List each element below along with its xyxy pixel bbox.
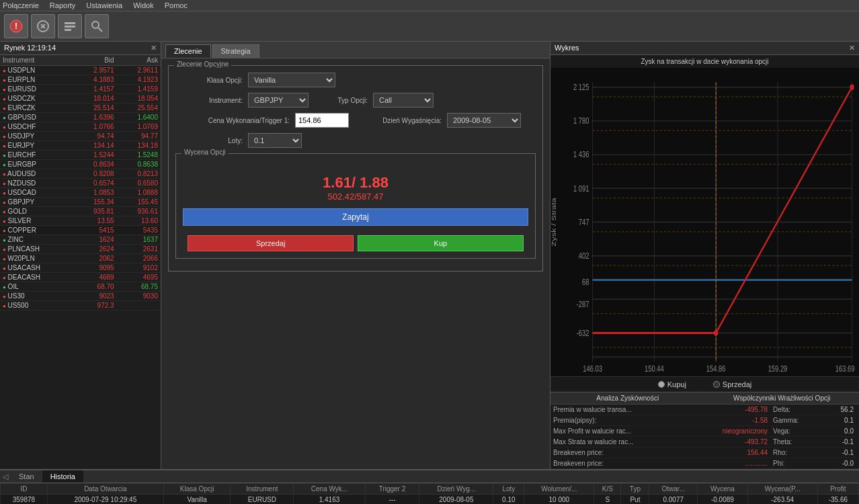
tab-strategia[interactable]: Strategia <box>212 44 259 58</box>
analysis-value2: 0.0 <box>821 426 859 437</box>
market-row[interactable]: ● EURCZK 25.514 25.554 <box>0 103 161 113</box>
tab-zlecenie[interactable]: Zlecenie <box>165 44 211 58</box>
svg-text:402: 402 <box>579 251 589 261</box>
svg-text:!: ! <box>15 22 17 31</box>
buy-button[interactable]: Kup <box>358 235 524 251</box>
market-instrument: ● USDPLN <box>0 66 73 75</box>
market-row[interactable]: ● EURJPY 134.14 134.18 <box>0 141 161 151</box>
radio-kupuj-label[interactable]: Kupuj <box>658 380 686 388</box>
toolbar-btn-1[interactable]: ! <box>4 14 28 38</box>
market-row[interactable]: ● GOLD 935.81 936.61 <box>0 207 161 216</box>
analysis-label2: Theta: <box>770 437 821 448</box>
analysis-label2: Delta: <box>770 405 821 415</box>
col-instrument: Instrument <box>0 55 73 66</box>
market-row[interactable]: ● US500 972.3 <box>0 301 161 310</box>
col-bid: Bid <box>73 55 116 66</box>
market-instrument: ● US500 <box>0 301 73 310</box>
chart-close-btn[interactable]: ✕ <box>849 44 855 52</box>
klasa-label: Klasa Opcji: <box>175 77 243 84</box>
market-row[interactable]: ● AUDUSD 0.8208 0.8213 <box>0 169 161 179</box>
col-ask: Ask <box>117 55 161 66</box>
market-row[interactable]: ● EURPLN 4.1883 4.1923 <box>0 75 161 85</box>
red-dot-icon: ● <box>3 96 6 102</box>
red-dot-icon: ● <box>3 134 6 140</box>
market-row[interactable]: ● NZDUSD 0.6574 0.6580 <box>0 179 161 188</box>
market-row[interactable]: ● EURCHF 1.5244 1.5248 <box>0 151 161 160</box>
red-dot-icon: ● <box>3 143 6 149</box>
chart-subtitle: Zysk na transakcji w dacie wykonania opc… <box>641 58 768 65</box>
market-row[interactable]: ● USDCZK 18.014 18.054 <box>0 94 161 103</box>
dzien-label: Dzień Wygaśnięcia: <box>354 117 442 124</box>
market-row[interactable]: ● USDJPY 94.74 94.77 <box>0 132 161 141</box>
instrument-select[interactable]: GBPJPY <box>248 93 309 108</box>
svg-line-7 <box>98 28 102 32</box>
sell-button[interactable]: Sprzedaj <box>188 235 354 251</box>
chart-radio-options: Kupuj Sprzedaj <box>550 376 859 392</box>
market-close-btn[interactable]: ✕ <box>151 44 157 52</box>
menu-raporty[interactable]: Raporty <box>50 1 76 9</box>
typ-select[interactable]: Call <box>373 93 434 108</box>
market-bid: 68.70 <box>73 282 116 292</box>
bottom-col-header: ID <box>1 484 48 495</box>
market-row[interactable]: ● US30 9023 9030 <box>0 292 161 301</box>
loty-select[interactable]: 0.1 <box>248 133 302 148</box>
market-row[interactable]: ● EURGBP 0.8634 0.8638 <box>0 160 161 169</box>
market-row[interactable]: ● DEACASH 4689 4695 <box>0 273 161 282</box>
analysis-row: Breakeven price: ............ Phi: -0.0 <box>550 458 859 469</box>
analysis-value2: 56.2 <box>821 405 859 415</box>
analysis-tab-1[interactable]: Analiza Zyskówności <box>550 392 705 405</box>
bottom-tab-historia[interactable]: Historia <box>42 470 83 482</box>
market-row[interactable]: ● EURUSD 1.4157 1.4159 <box>0 85 161 94</box>
klasa-select[interactable]: Vanilla <box>248 73 335 87</box>
market-row[interactable]: ● USACASH 9095 9102 <box>0 263 161 273</box>
market-row[interactable]: ● SILVER 13.55 13.60 <box>0 216 161 226</box>
valuation-legend: Wycena Opcji <box>181 149 229 156</box>
dzien-select[interactable]: 2009-08-05 <box>447 113 521 128</box>
market-bid: 0.8208 <box>73 169 116 179</box>
market-instrument: ● GOLD <box>0 207 73 216</box>
market-instrument: ● GBPUSD <box>0 113 73 122</box>
market-ask: 155.45 <box>117 198 161 207</box>
toolbar-btn-2[interactable] <box>31 14 55 38</box>
market-row[interactable]: ● USDCHF 1.0766 1.0769 <box>0 122 161 132</box>
market-row[interactable]: ● OIL 68.70 68.75 <box>0 282 161 292</box>
market-row[interactable]: ● COPPER 5415 5435 <box>0 226 161 235</box>
bottom-col-header: Wolumen/... <box>524 484 594 495</box>
market-ask: 13.60 <box>117 216 161 226</box>
market-ask: 68.75 <box>117 282 161 292</box>
ask-button[interactable]: Zapytaj <box>183 208 528 226</box>
center-panel: Zlecenie Strategia Zlecenie Opcyjne Klas… <box>161 42 550 469</box>
market-instrument: ● ZINC <box>0 235 73 245</box>
market-ask: 2066 <box>117 254 161 263</box>
svg-text:1 780: 1 780 <box>573 116 589 126</box>
menu-ustawienia[interactable]: Ustawienia <box>86 1 122 9</box>
menu-pomoc[interactable]: Pomoc <box>165 1 188 9</box>
toolbar-btn-3[interactable] <box>58 14 82 38</box>
bottom-col-header: K/S <box>594 484 621 495</box>
market-row[interactable]: ● USDPLN 2.9571 2.9611 <box>0 66 161 75</box>
bottom-tab-stan[interactable]: Stan <box>11 470 42 482</box>
green-dot-icon: ● <box>3 153 6 159</box>
radio-sprzedaj-label[interactable]: Sprzedaj <box>713 380 751 388</box>
market-row[interactable]: ● ZINC 1624 1637 <box>0 235 161 245</box>
menu-widok[interactable]: Widok <box>133 1 154 9</box>
market-row[interactable]: ● GBPJPY 155.34 155.45 <box>0 198 161 207</box>
market-row[interactable]: ● PLNCASH 2624 2631 <box>0 245 161 254</box>
menu-polaczenie[interactable]: Połączenie <box>3 1 39 9</box>
market-row[interactable]: ● W20PLN 2062 2066 <box>0 254 161 263</box>
red-dot-icon: ● <box>3 190 6 196</box>
cena-input[interactable] <box>295 113 349 128</box>
market-instrument: ● USDCZK <box>0 94 73 103</box>
bottom-cell: --- <box>365 495 419 505</box>
toolbar-btn-4[interactable] <box>85 14 109 38</box>
analysis-tab-2[interactable]: Współczynniki Wrażliwości Opcji <box>705 392 860 405</box>
market-bid: 935.81 <box>73 207 116 216</box>
market-instrument: ● EURGBP <box>0 160 73 169</box>
svg-text:1 091: 1 091 <box>573 183 589 193</box>
bottom-cell: Vanilla <box>163 495 231 505</box>
red-dot-icon: ● <box>3 228 6 234</box>
market-row[interactable]: ● USDCAD 1.0853 1.0888 <box>0 188 161 198</box>
bottom-table-row[interactable]: 3598782009-07-29 10:29:45VanillaEURUSD1.… <box>1 495 859 505</box>
market-instrument: ● OIL <box>0 282 73 292</box>
market-row[interactable]: ● GBPUSD 1.6396 1.6400 <box>0 113 161 122</box>
